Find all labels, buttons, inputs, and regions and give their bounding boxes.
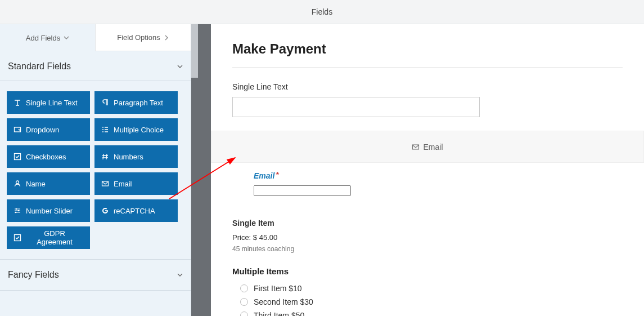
field-label: GDPR Agreement (26, 229, 83, 246)
required-indicator: * (276, 171, 279, 180)
email-label: Email (254, 171, 274, 180)
field-label: Number Slider (26, 207, 73, 215)
email-block-title: Email (423, 143, 443, 152)
radio-option[interactable]: Second Item $30 (232, 297, 623, 306)
section-standard-body: Single Line Text Paragraph Text Dropdown… (0, 81, 191, 259)
field-checkboxes[interactable]: Checkboxes (7, 145, 90, 168)
hash-icon (101, 153, 109, 161)
chevron-right-icon (164, 35, 169, 41)
slider-icon (13, 207, 21, 215)
field-label: Name (26, 180, 46, 188)
page-title: Fields (312, 7, 332, 16)
svg-point-5 (18, 210, 20, 212)
email-input[interactable] (254, 185, 351, 196)
radio-icon (240, 311, 248, 316)
svg-point-2 (16, 181, 19, 184)
page-header: Fields (0, 0, 644, 24)
paragraph-icon (101, 99, 109, 106)
field-gdpr[interactable]: GDPR Agreement (7, 226, 90, 249)
radio-option[interactable]: Third Item $50 (232, 311, 623, 316)
price-label: Price: (232, 233, 251, 242)
radio-icon (240, 284, 248, 292)
single-line-input[interactable] (232, 97, 480, 117)
field-label: Single Line Text (26, 99, 78, 107)
field-recaptcha[interactable]: reCAPTCHA (94, 199, 178, 222)
sidebar: Add Fields Field Options Standard Fields… (0, 24, 191, 316)
chevron-down-icon (177, 272, 183, 278)
section-fancy-header[interactable]: Fancy Fields (0, 259, 191, 291)
chevron-down-icon (64, 35, 69, 41)
tab-label: Add Fields (26, 34, 60, 42)
item-description: 45 minutes coaching (232, 245, 623, 253)
field-label: Email (114, 180, 132, 188)
checkbox-icon (13, 153, 21, 161)
price-value: $ 45.00 (253, 233, 277, 242)
field-numbers[interactable]: Numbers (94, 145, 178, 168)
field-label: Multiple Choice (114, 126, 164, 134)
google-icon (101, 207, 109, 215)
form-group-single-item[interactable]: Single Item Price: $ 45.00 45 minutes co… (232, 219, 623, 253)
field-label: Single Item (232, 219, 623, 228)
user-icon (13, 180, 21, 188)
field-label: reCAPTCHA (114, 207, 155, 215)
price-line: Price: $ 45.00 (232, 233, 623, 242)
tab-label: Field Options (117, 33, 160, 42)
radio-option[interactable]: First Item $10 (232, 284, 623, 293)
field-paragraph-text[interactable]: Paragraph Text (94, 91, 178, 114)
svg-point-4 (16, 208, 17, 210)
form-group-multiple-items[interactable]: Multiple Items First Item $10 Second Ite… (232, 266, 623, 316)
field-dropdown[interactable]: Dropdown (7, 118, 90, 141)
sidebar-tabs: Add Fields Field Options (0, 24, 191, 51)
field-label: Multiple Items (232, 266, 623, 276)
email-field-block[interactable]: Email (211, 131, 644, 163)
section-title: Fancy Fields (8, 270, 59, 280)
field-label: Dropdown (26, 126, 59, 134)
form-preview: Make Payment Single Line Text Email Emai… (211, 24, 644, 316)
panel-divider[interactable] (191, 24, 211, 316)
svg-point-6 (15, 212, 17, 213)
field-name[interactable]: Name (7, 172, 90, 195)
field-email[interactable]: Email (94, 172, 178, 195)
option-label: Second Item $30 (254, 297, 313, 306)
tab-field-options[interactable]: Field Options (95, 24, 191, 51)
mail-icon (101, 180, 109, 188)
form-group-email[interactable]: Email* (232, 171, 623, 207)
list-icon (101, 126, 109, 133)
checkbox-icon (13, 234, 21, 242)
tab-add-fields[interactable]: Add Fields (0, 24, 95, 51)
section-title: Standard Fields (8, 61, 71, 72)
field-label: Paragraph Text (114, 99, 163, 107)
text-icon (13, 99, 21, 106)
field-label: Single Line Text (232, 82, 623, 91)
form-title: Make Payment (232, 41, 623, 57)
option-label: Third Item $50 (254, 311, 304, 316)
dropdown-icon (13, 126, 21, 133)
form-group-single-line[interactable]: Single Line Text (232, 82, 623, 117)
divider (232, 67, 623, 68)
email-block-header: Email (211, 131, 643, 162)
option-label: First Item $10 (254, 284, 302, 293)
field-number-slider[interactable]: Number Slider (7, 199, 90, 222)
radio-icon (240, 298, 248, 306)
field-label: Checkboxes (26, 153, 66, 161)
chevron-down-icon (177, 64, 183, 69)
section-standard-header[interactable]: Standard Fields (0, 51, 191, 81)
field-multiple-choice[interactable]: Multiple Choice (94, 118, 178, 141)
mail-icon (412, 143, 420, 151)
field-label: Numbers (114, 153, 143, 161)
field-single-line-text[interactable]: Single Line Text (7, 91, 90, 114)
